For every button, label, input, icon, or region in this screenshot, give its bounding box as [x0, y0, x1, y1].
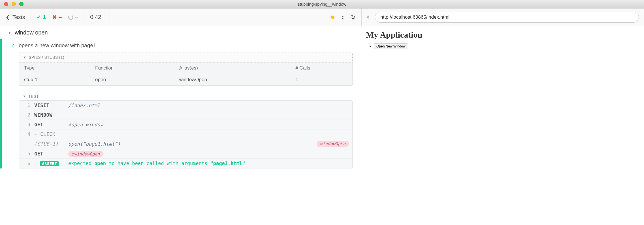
selector-playground-icon[interactable]: ⌖	[367, 14, 370, 20]
chevron-left-icon: ❮	[6, 14, 10, 20]
back-to-tests-button[interactable]: ❮ Tests	[0, 8, 31, 26]
command-list: 1 VISIT /index.html 2 WINDOW 3 GET	[19, 100, 353, 168]
command-log-pane: ▼ window open ✓ opens a new window with …	[0, 26, 361, 225]
caret-down-icon: ▼	[23, 94, 26, 98]
command-row-visit[interactable]: 1 VISIT /index.html	[19, 101, 352, 110]
assert-message: expected open to have been called with a…	[68, 161, 349, 166]
col-type: Type	[24, 65, 95, 71]
col-calls: # Calls	[295, 65, 347, 71]
viewport-scale-icon[interactable]: ↕	[341, 14, 344, 20]
col-function: Function	[95, 65, 179, 71]
passed-count: ✓ 1	[37, 14, 46, 20]
suite-header[interactable]: ▼ window open	[0, 26, 361, 39]
spinner-icon	[68, 15, 73, 20]
check-icon: ✓	[11, 42, 15, 49]
suite-name: window open	[15, 29, 48, 36]
pending-count: --	[68, 14, 79, 20]
app-heading: My Application	[366, 30, 639, 40]
test-name: opens a new window with page1	[19, 42, 96, 49]
spies-table-row[interactable]: stub-1 open windowOpen 1	[19, 74, 352, 85]
command-row-click[interactable]: 4 - CLICK	[19, 129, 352, 139]
duration: 0.42	[84, 8, 107, 26]
command-log-header[interactable]: ▼ TEST	[19, 92, 353, 100]
check-icon: ✓	[37, 14, 41, 20]
command-row-window[interactable]: 2 WINDOW	[19, 110, 352, 120]
main-split: ▼ window open ✓ opens a new window with …	[0, 26, 644, 225]
command-row-get[interactable]: 3 GET #open-window	[19, 120, 352, 129]
mac-titlebar: stubbing-spying__window	[0, 0, 644, 8]
command-row-get-alias[interactable]: 5 GET @windowOpen	[19, 149, 352, 159]
test-stats: ✓ 1 ✖ -- --	[31, 8, 84, 26]
assert-badge: ASSERT	[40, 161, 59, 166]
command-row-assert[interactable]: 6 - ASSERT expected open to have been ca…	[19, 159, 352, 168]
command-log: ▼ TEST 1 VISIT /index.html 2 WINDOW	[19, 92, 353, 168]
test-row: ✓ opens a new window with page1 ▼ SPIES …	[0, 39, 361, 168]
spies-table: Type Function Alias(es) # Calls stub-1 o…	[19, 62, 353, 86]
status-dot-icon	[331, 16, 334, 19]
url-toolbar: ⌖ http://localhost:63865/index.html	[361, 8, 644, 26]
col-alias: Alias(es)	[179, 65, 296, 71]
reload-icon[interactable]: ↻	[351, 14, 356, 21]
test-title[interactable]: ✓ opens a new window with page1	[2, 39, 361, 53]
caret-down-icon: ▼	[23, 55, 26, 59]
x-icon: ✖	[52, 14, 57, 20]
back-label: Tests	[12, 14, 25, 20]
app-list: Open New Window	[366, 44, 639, 49]
spies-stubs-header[interactable]: ▼ SPIES / STUBS (1)	[19, 53, 353, 62]
spies-header-label: SPIES / STUBS (1)	[29, 55, 64, 60]
alias-pill: @windowOpen	[68, 151, 103, 157]
toolbar-right-controls: ↕ ↻	[107, 8, 361, 26]
command-row-stub[interactable]: (STUB-1) open("page1.html") windowOpen	[19, 139, 352, 149]
caret-down-icon: ▼	[8, 31, 11, 35]
alias-pill: windowOpen	[317, 141, 349, 147]
url-text: http://localhost:63865/index.html	[380, 14, 449, 20]
failed-count: ✖ --	[52, 14, 62, 20]
app-preview-pane: My Application Open New Window	[361, 26, 644, 225]
list-item: Open New Window	[374, 44, 639, 49]
runner-toolbar: ❮ Tests ✓ 1 ✖ -- -- 0.42 ↕ ↻ ⌖ http://lo…	[0, 8, 644, 26]
window-title: stubbing-spying__window	[0, 2, 644, 7]
open-new-window-button[interactable]: Open New Window	[374, 44, 408, 49]
spies-table-header: Type Function Alias(es) # Calls	[19, 62, 352, 74]
url-input[interactable]: http://localhost:63865/index.html	[375, 12, 639, 23]
